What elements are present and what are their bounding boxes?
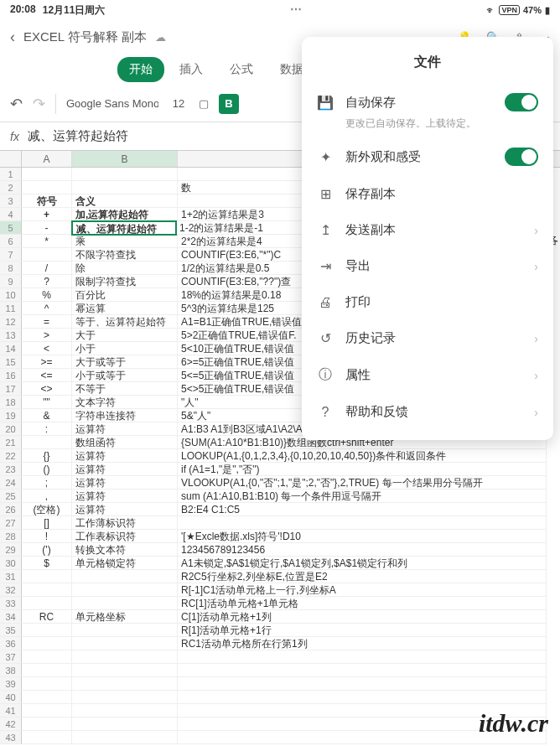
cell[interactable] bbox=[72, 168, 178, 181]
row-header[interactable]: 26 bbox=[0, 503, 22, 516]
cell[interactable] bbox=[22, 704, 72, 718]
cell[interactable]: 除 bbox=[72, 262, 178, 275]
row-header[interactable]: 30 bbox=[0, 557, 22, 570]
cell[interactable]: ^ bbox=[22, 302, 72, 315]
row-header[interactable]: 12 bbox=[0, 315, 22, 329]
row-header[interactable]: 41 bbox=[0, 704, 22, 718]
cell[interactable]: 运算符 bbox=[72, 503, 178, 516]
cell[interactable]: RC bbox=[22, 610, 72, 624]
cell[interactable]: 不等于 bbox=[72, 382, 178, 396]
cell[interactable]: "" bbox=[22, 396, 72, 409]
cell[interactable]: 字符串连接符 bbox=[72, 409, 178, 422]
row-header[interactable]: 38 bbox=[0, 664, 22, 677]
cell[interactable]: C[1]活动单元格+1列 bbox=[178, 610, 547, 624]
row-header[interactable]: 10 bbox=[0, 288, 22, 302]
cell[interactable]: 等于、运算符起始符 bbox=[72, 315, 178, 329]
cell[interactable]: 幂运算 bbox=[72, 302, 178, 315]
cell[interactable]: R2C5行坐标2,列坐标E,位置是E2 bbox=[178, 570, 547, 583]
cell[interactable]: 运算符 bbox=[72, 490, 178, 503]
row-header[interactable]: 13 bbox=[0, 329, 22, 342]
cell[interactable]: (') bbox=[22, 543, 72, 557]
cell[interactable]: 数组函符 bbox=[72, 436, 178, 449]
cell[interactable]: 小于或等于 bbox=[72, 369, 178, 382]
cell[interactable] bbox=[22, 436, 72, 449]
cell[interactable] bbox=[72, 570, 178, 583]
row-header[interactable]: 36 bbox=[0, 637, 22, 650]
cell[interactable]: VLOOKUP(A1,{0,"否";1,"是";2,"否"},2,TRUE) 每… bbox=[178, 476, 547, 490]
cell[interactable] bbox=[72, 637, 178, 650]
cell[interactable]: / bbox=[22, 262, 72, 275]
cell[interactable] bbox=[72, 583, 178, 597]
cell[interactable]: sum (A1:A10,B1:B10) 每一个条件用逗号隔开 bbox=[178, 490, 547, 503]
menu-savecopy[interactable]: ⊞ 保存副本 bbox=[302, 176, 553, 212]
cell[interactable]: 123456789123456 bbox=[178, 543, 547, 557]
cell[interactable]: ? bbox=[22, 275, 72, 288]
cell[interactable] bbox=[72, 181, 178, 194]
row-header[interactable]: 1 bbox=[0, 168, 22, 181]
row-header[interactable]: 16 bbox=[0, 369, 22, 382]
menu-sendcopy[interactable]: ↥ 发送副本 › bbox=[302, 212, 553, 248]
cell[interactable] bbox=[22, 650, 72, 664]
cell[interactable]: '[★Excle数据.xls]符号'!D10 bbox=[178, 530, 547, 543]
row-header[interactable]: 27 bbox=[0, 516, 22, 530]
row-header[interactable]: 11 bbox=[0, 302, 22, 315]
cell[interactable]: : bbox=[22, 422, 72, 436]
cell[interactable]: < bbox=[22, 342, 72, 355]
cell[interactable] bbox=[72, 664, 178, 677]
cell[interactable] bbox=[178, 691, 547, 704]
cell[interactable]: <> bbox=[22, 382, 72, 396]
cell[interactable] bbox=[22, 664, 72, 677]
cell[interactable] bbox=[22, 168, 72, 181]
col-header-a[interactable]: A bbox=[22, 151, 72, 167]
select-all-corner[interactable] bbox=[0, 151, 22, 167]
cell[interactable]: R[-1]C1活动单元格上一行,列坐标A bbox=[178, 583, 547, 597]
tab-start[interactable]: 开始 bbox=[117, 57, 164, 82]
cell[interactable]: 运算符 bbox=[72, 449, 178, 463]
cell[interactable]: {} bbox=[22, 449, 72, 463]
cell[interactable] bbox=[72, 691, 178, 704]
cell[interactable] bbox=[22, 248, 72, 262]
cell[interactable]: 单元格坐标 bbox=[72, 610, 178, 624]
cell[interactable] bbox=[72, 677, 178, 691]
cell[interactable] bbox=[22, 624, 72, 637]
cloud-sync-icon[interactable]: ☁ bbox=[155, 31, 166, 44]
cell[interactable]: 不限字符查找 bbox=[72, 248, 178, 262]
cell[interactable]: () bbox=[22, 463, 72, 476]
cell[interactable]: RC1活动单元格所在行第1列 bbox=[178, 637, 547, 650]
row-header[interactable]: 7 bbox=[0, 248, 22, 262]
font-family-select[interactable]: Google Sans Mono bbox=[66, 97, 158, 110]
row-header[interactable]: 43 bbox=[0, 731, 22, 744]
redo-button[interactable]: ↷ bbox=[33, 95, 45, 113]
tab-formula[interactable]: 公式 bbox=[218, 57, 265, 82]
cell[interactable]: [] bbox=[22, 516, 72, 530]
row-header[interactable]: 8 bbox=[0, 262, 22, 275]
autosave-toggle[interactable] bbox=[505, 93, 538, 111]
cell[interactable]: B2:E4 C1:C5 bbox=[178, 503, 547, 516]
row-header[interactable]: 37 bbox=[0, 650, 22, 664]
cell[interactable] bbox=[22, 637, 72, 650]
cell[interactable] bbox=[22, 731, 72, 744]
row-header[interactable]: 6 bbox=[0, 235, 22, 248]
cell[interactable]: if (A1=1,"是","否") bbox=[178, 463, 547, 476]
cell[interactable]: > bbox=[22, 329, 72, 342]
col-header-b[interactable]: B bbox=[72, 151, 178, 167]
back-button[interactable]: ‹ bbox=[10, 28, 15, 46]
cell[interactable] bbox=[22, 691, 72, 704]
cell[interactable]: * bbox=[22, 235, 72, 248]
cell[interactable]: - bbox=[22, 221, 72, 235]
cell[interactable]: 百分比 bbox=[72, 288, 178, 302]
menu-history[interactable]: ↺ 历史记录 › bbox=[302, 320, 553, 356]
row-header[interactable]: 31 bbox=[0, 570, 22, 583]
row-header[interactable]: 9 bbox=[0, 275, 22, 288]
cell[interactable]: 运算符 bbox=[72, 476, 178, 490]
cell[interactable]: 加,运算符起始符 bbox=[72, 208, 178, 221]
cell[interactable]: A1未锁定,$A$1锁定行,$A1锁定列,$A$1锁定行和列 bbox=[178, 557, 547, 570]
row-header[interactable]: 42 bbox=[0, 718, 22, 731]
row-header[interactable]: 24 bbox=[0, 476, 22, 490]
menu-help[interactable]: ? 帮助和反馈 › bbox=[302, 394, 553, 430]
row-header[interactable]: 21 bbox=[0, 436, 22, 449]
row-header[interactable]: 15 bbox=[0, 355, 22, 369]
row-header[interactable]: 28 bbox=[0, 530, 22, 543]
cell[interactable] bbox=[22, 677, 72, 691]
cell[interactable] bbox=[72, 704, 178, 718]
